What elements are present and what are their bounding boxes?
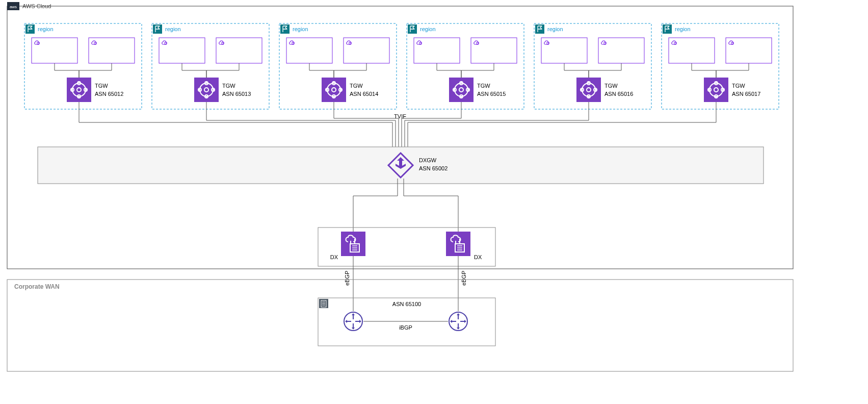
svg-text:ASN 65016: ASN 65016 [604, 91, 633, 97]
ebgp-right-label: eBGP [461, 271, 467, 286]
svg-text:region: region [547, 26, 563, 32]
aws-cloud-label: AWS Cloud [22, 3, 51, 9]
svg-text:region: region [675, 26, 691, 32]
svg-text:ASN 65015: ASN 65015 [477, 91, 506, 97]
ibgp-label: iBGP [399, 324, 412, 331]
region-5: region TGW ASN 65016 [534, 23, 651, 109]
dxgw-label: DXGW [419, 157, 437, 163]
svg-text:TGW: TGW [350, 83, 363, 89]
dx-right-icon [446, 232, 470, 256]
tgw-asn: ASN 65012 [95, 91, 123, 97]
link-dxgw-dx-right [404, 179, 458, 232]
region-label: region [38, 26, 54, 32]
vpc-box [32, 38, 77, 63]
aws-logo-text: aws [10, 5, 17, 9]
region-label: region [165, 26, 181, 32]
svg-text:ASN 65014: ASN 65014 [350, 91, 378, 97]
tgw-label: TGW [95, 83, 108, 89]
router-right-icon [449, 312, 467, 331]
svg-text:TGW: TGW [222, 83, 235, 89]
link-dxgw-dx-left [353, 179, 398, 232]
region-3: region TGW ASN 65014 [279, 23, 397, 109]
svg-text:region: region [420, 26, 436, 32]
diagram-canvas: aws AWS Cloud [0, 0, 868, 404]
svg-text:TGW: TGW [732, 83, 745, 89]
svg-text:ASN 65013: ASN 65013 [222, 91, 251, 97]
dx-left-icon [341, 232, 365, 256]
tvif-label: TVIF [394, 113, 406, 119]
ebgp-left-label: eBGP [344, 271, 350, 286]
link-tgw4-dxgw [402, 102, 461, 150]
dxgw-asn: ASN 65002 [419, 165, 448, 171]
dx-right-label: DX [474, 254, 482, 260]
router-asn: ASN 65100 [392, 301, 421, 307]
vpc-box [89, 38, 135, 63]
dx-left-label: DX [330, 254, 338, 260]
svg-text:region: region [293, 26, 308, 32]
svg-text:ASN 65017: ASN 65017 [732, 91, 760, 97]
region-1: region TGW ASN 65012 [24, 23, 142, 109]
svg-text:TGW: TGW [604, 83, 618, 89]
svg-text:TGW: TGW [477, 83, 490, 89]
region-6: region TGW ASN 65017 [662, 23, 779, 109]
corp-wan-label: Corporate WAN [14, 283, 60, 290]
region-2: region TGW ASN 65013 [152, 23, 269, 109]
router-left-icon [344, 312, 362, 331]
region-4: region TGW ASN 65015 [407, 23, 524, 109]
